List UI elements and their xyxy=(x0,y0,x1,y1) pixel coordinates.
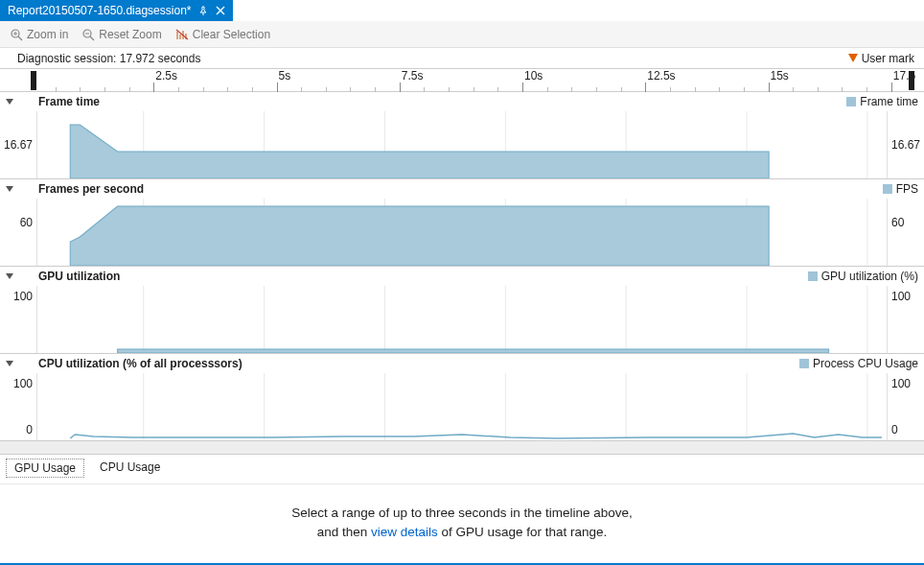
y-axis-right-label: 16.67 xyxy=(891,138,920,152)
reset-zoom-label: Reset Zoom xyxy=(99,28,161,41)
legend-swatch xyxy=(846,97,856,106)
pin-icon[interactable] xyxy=(198,6,208,15)
zoom-in-button[interactable]: Zoom in xyxy=(10,28,68,41)
document-tab-bar: Report20150507-1650.diagsession* xyxy=(0,0,924,21)
chart-legend: FPS xyxy=(883,182,918,196)
tab-cpu-usage[interactable]: CPU Usage xyxy=(92,459,168,478)
zoom-in-icon xyxy=(10,28,23,41)
user-mark-label: User mark xyxy=(862,52,914,65)
clear-selection-icon xyxy=(175,28,189,41)
legend-swatch xyxy=(799,359,809,368)
zoom-in-label: Zoom in xyxy=(27,28,68,41)
session-header: Diagnostic session: 17.972 seconds User … xyxy=(0,48,924,69)
splitter[interactable] xyxy=(0,441,924,455)
chart-gpu-utilization: GPU utilization GPU utilization (%) 100 xyxy=(0,267,924,354)
chart-legend: GPU utilization (%) xyxy=(808,270,918,283)
collע-icon[interactable] xyxy=(6,361,13,366)
clear-selection-button[interactable]: Clear Selection xyxy=(175,28,270,41)
plot-area[interactable] xyxy=(36,199,888,266)
legend-swatch xyxy=(883,184,892,194)
plot-area[interactable] xyxy=(36,111,888,178)
view-details-link[interactable]: view details xyxy=(371,525,438,539)
chart-stack: Frame time Frame time 16.67 xyxy=(0,92,924,441)
detail-panel: GPU Usage CPU Usage Select a range of up… xyxy=(0,455,924,556)
y-axis-left-bot: 0 xyxy=(26,423,33,436)
y-axis-left-label: 16.67 xyxy=(4,138,33,152)
legend-label: FPS xyxy=(896,182,918,196)
reset-zoom-icon xyxy=(81,28,95,41)
y-axis-left-top: 100 xyxy=(13,377,33,390)
ruler-tick-label: 5s xyxy=(279,69,291,82)
chart-frame-time: Frame time Frame time 16.67 xyxy=(0,92,924,179)
legend-label: GPU utilization (%) xyxy=(821,270,918,283)
hint-text: Select a range of up to three seconds in… xyxy=(0,484,924,556)
y-axis-right-bot: 0 xyxy=(891,423,898,436)
session-duration-label: Diagnostic session: 17.972 seconds xyxy=(17,52,200,65)
ruler-tick-label: 2.5s xyxy=(155,69,177,82)
collapse-icon[interactable] xyxy=(6,186,13,192)
chart-fps: Frames per second FPS 60 xyxy=(0,179,924,267)
plot-area[interactable] xyxy=(36,286,888,353)
document-tab-title: Report20150507-1650.diagsession* xyxy=(8,4,191,17)
user-mark-icon xyxy=(848,54,858,62)
ruler-tick-label: 17.5 xyxy=(893,69,915,82)
y-axis-left-label: 100 xyxy=(13,290,33,303)
ruler-tick-label: 10s xyxy=(524,69,543,82)
legend-label: Process CPU Usage xyxy=(813,357,918,370)
document-tab[interactable]: Report20150507-1650.diagsession* xyxy=(0,0,233,21)
y-axis-right-label: 100 xyxy=(891,290,911,303)
chart-legend: Process CPU Usage xyxy=(799,357,918,370)
close-icon[interactable] xyxy=(216,6,225,15)
legend-label: Frame time xyxy=(860,95,918,108)
ruler-tick-label: 15s xyxy=(771,69,789,82)
y-axis-right-top: 100 xyxy=(891,377,911,390)
toolbar: Zoom in Reset Zoom Clear Selection xyxy=(0,21,924,48)
user-mark-legend: User mark xyxy=(848,52,914,65)
chart-legend: Frame time xyxy=(846,95,918,108)
ruler-handle-start[interactable] xyxy=(31,71,36,90)
tab-gpu-usage[interactable]: GPU Usage xyxy=(6,459,84,478)
timeline-ruler[interactable]: 2.5s5s7.5s10s12.5s15s17.5 xyxy=(0,69,924,92)
legend-swatch xyxy=(808,271,818,281)
chart-title: CPU utilization (% of all processsors) xyxy=(38,357,243,370)
chart-cpu-utilization: CPU utilization (% of all processsors) P… xyxy=(0,354,924,440)
reset-zoom-button[interactable]: Reset Zoom xyxy=(81,28,161,41)
ruler-tick-label: 12.5s xyxy=(647,69,675,82)
collapse-icon[interactable] xyxy=(6,273,13,279)
hint-line1: Select a range of up to three seconds in… xyxy=(0,504,924,523)
detail-tabs: GPU Usage CPU Usage xyxy=(0,455,924,484)
ruler-tick-label: 7.5s xyxy=(402,69,424,82)
chart-title: Frames per second xyxy=(38,182,144,196)
chart-title: GPU utilization xyxy=(38,270,120,283)
y-axis-right-label: 60 xyxy=(891,216,904,229)
hint-line2: and then view details of GPU usage for t… xyxy=(0,523,924,542)
collapse-icon[interactable] xyxy=(6,99,13,105)
clear-selection-label: Clear Selection xyxy=(193,28,270,41)
chart-title: Frame time xyxy=(38,95,100,108)
y-axis-left-label: 60 xyxy=(20,216,33,229)
plot-area[interactable] xyxy=(36,373,888,440)
